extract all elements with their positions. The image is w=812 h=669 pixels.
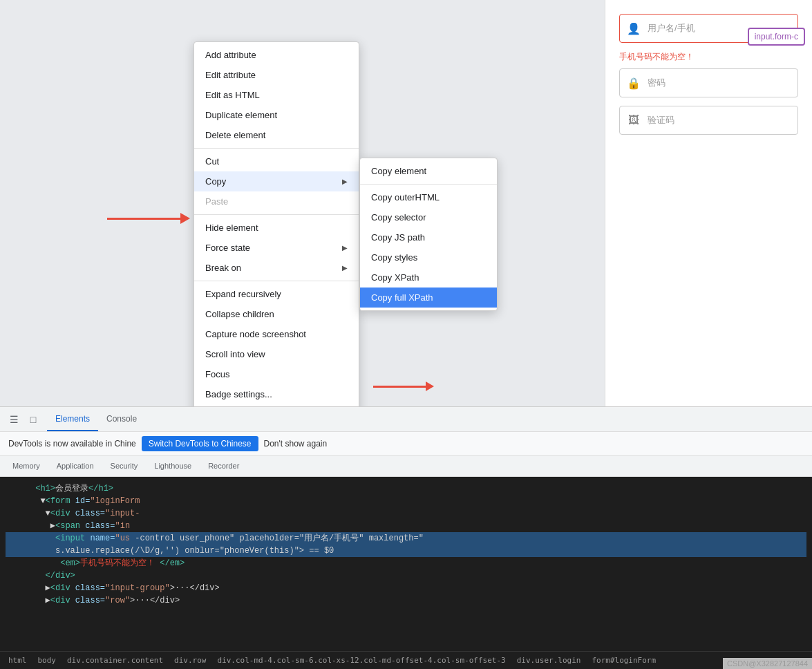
- menu-item-paste[interactable]: Paste: [194, 191, 359, 211]
- device-icon[interactable]: □: [25, 411, 41, 428]
- breadcrumb-user-login[interactable]: div.user.login: [514, 654, 584, 666]
- notification-bar: DevTools is now available in Chine Switc…: [0, 432, 812, 456]
- breadcrumb-bar: html body div.container.content div.row …: [0, 651, 812, 669]
- dont-show-btn[interactable]: Don't show again: [264, 439, 328, 449]
- code-field[interactable]: 🖼 验证码: [619, 106, 798, 135]
- submenu-copy-element[interactable]: Copy element: [360, 161, 497, 181]
- submenu-copy-selector[interactable]: Copy selector: [360, 207, 497, 227]
- menu-item-badge[interactable]: Badge settings...: [194, 384, 359, 404]
- code-line-10: ▶<div class="row">···</div>: [6, 594, 806, 607]
- menu-item-force-state[interactable]: Force state ▶: [194, 238, 359, 258]
- code-line-4: ▶<span class="in: [6, 520, 806, 532]
- menu-item-delete[interactable]: Delete element: [194, 125, 359, 145]
- submenu-copy-jspath[interactable]: Copy JS path: [360, 227, 497, 247]
- hamburger-icon[interactable]: ☰: [6, 411, 22, 428]
- code-line-6: s.value.replace(/\D/g,'') onblur="phoneV…: [6, 545, 806, 557]
- breadcrumb-container[interactable]: div.container.content: [64, 654, 166, 666]
- error-message: 手机号码不能为空！: [619, 51, 798, 63]
- tab-memory[interactable]: Memory: [6, 456, 47, 476]
- submenu-copy-full-xpath[interactable]: Copy full XPath: [360, 288, 497, 308]
- code-line-1: <h1>会员登录</h1>: [6, 482, 806, 495]
- csdn-watermark: CSDN@X32827127844: [723, 658, 812, 669]
- copy-submenu-arrow: ▶: [342, 178, 348, 185]
- login-form-area: input.form-c 👤 用户名/手机 手机号码不能为空！ 🔒 密码 🖼 验…: [605, 0, 812, 406]
- tooltip-bubble: input.form-c: [748, 28, 805, 46]
- code-line-5: <input name="us -control user_phone" pla…: [6, 532, 806, 545]
- divider-1: [194, 148, 359, 149]
- tab-console[interactable]: Console: [98, 407, 145, 431]
- main-area: input.form-c 👤 用户名/手机 手机号码不能为空！ 🔒 密码 🖼 验…: [0, 0, 812, 669]
- submenu-copy-outerhtml[interactable]: Copy outerHTML: [360, 187, 497, 207]
- break-on-arrow: ▶: [342, 264, 348, 272]
- browser-preview: input.form-c 👤 用户名/手机 手机号码不能为空！ 🔒 密码 🖼 验…: [0, 0, 812, 406]
- menu-item-copy[interactable]: Copy ▶: [194, 171, 359, 191]
- html-code-area[interactable]: <h1>会员登录</h1> ▼<form id="loginForm ▼<div…: [0, 477, 812, 651]
- devtools-lower-tabs: Memory Application Security Lighthouse R…: [0, 456, 812, 477]
- menu-item-expand[interactable]: Expand recursively: [194, 284, 359, 304]
- divider-3: [194, 281, 359, 281]
- submenu-divider: [360, 184, 497, 185]
- switch-devtools-btn[interactable]: Switch DevTools to Chinese: [142, 436, 258, 451]
- user-icon: 👤: [625, 20, 642, 37]
- divider-2: [194, 214, 359, 215]
- tab-application[interactable]: Application: [50, 456, 101, 476]
- menu-item-scroll[interactable]: Scroll into view: [194, 344, 359, 364]
- menu-item-duplicate[interactable]: Duplicate element: [194, 105, 359, 125]
- code-line-2: ▼<form id="loginForm: [6, 495, 806, 507]
- code-input-display: 验证码: [648, 114, 792, 126]
- menu-item-capture[interactable]: Capture node screenshot: [194, 324, 359, 344]
- menu-item-collapse[interactable]: Collapse children: [194, 304, 359, 324]
- menu-item-hide[interactable]: Hide element: [194, 218, 359, 238]
- lock-icon: 🔒: [625, 75, 642, 91]
- tab-recorder[interactable]: Recorder: [201, 456, 246, 476]
- tab-elements[interactable]: Elements: [47, 407, 98, 431]
- menu-item-edit-attribute[interactable]: Edit attribute: [194, 65, 359, 85]
- breadcrumb-col[interactable]: div.col-md-4.col-sm-6.col-xs-12.col-md-o…: [214, 654, 508, 666]
- tab-security[interactable]: Security: [104, 456, 145, 476]
- breadcrumb-form[interactable]: form#loginForm: [589, 654, 659, 666]
- tab-lighthouse[interactable]: Lighthouse: [147, 456, 198, 476]
- menu-item-cut[interactable]: Cut: [194, 151, 359, 171]
- password-field[interactable]: 🔒 密码: [619, 68, 798, 97]
- menu-item-edit-as-html[interactable]: Edit as HTML: [194, 85, 359, 105]
- menu-item-focus[interactable]: Focus: [194, 364, 359, 384]
- breadcrumb-body[interactable]: body: [35, 654, 59, 666]
- context-menu: Add attribute Edit attribute Edit as HTM…: [193, 41, 359, 406]
- code-line-8: </div>: [6, 569, 806, 582]
- force-state-arrow: ▶: [342, 244, 348, 252]
- devtools-panel: ☰ □ Elements Console DevTools is now ava…: [0, 406, 812, 669]
- code-line-9: ▶<div class="input-group">···</div>: [6, 582, 806, 594]
- breadcrumb-row[interactable]: div.row: [171, 654, 209, 666]
- submenu-copy-styles[interactable]: Copy styles: [360, 247, 497, 267]
- devtools-tabs-bar: ☰ □ Elements Console: [0, 407, 812, 432]
- copy-submenu: Copy element Copy outerHTML Copy selecto…: [359, 158, 498, 311]
- notification-text: DevTools is now available in Chine: [8, 439, 136, 449]
- breadcrumb-html[interactable]: html: [6, 654, 30, 666]
- password-input-display: 密码: [648, 77, 792, 89]
- devtools-tab-icons: ☰ □: [6, 411, 41, 428]
- code-line-7: <em>手机号码不能为空！ </em>: [6, 557, 806, 569]
- menu-item-break-on[interactable]: Break on ▶: [194, 258, 359, 278]
- image-icon: 🖼: [625, 112, 642, 129]
- menu-item-add-attribute[interactable]: Add attribute: [194, 45, 359, 65]
- code-line-3: ▼<div class="input-: [6, 507, 806, 520]
- submenu-copy-xpath[interactable]: Copy XPath: [360, 267, 497, 288]
